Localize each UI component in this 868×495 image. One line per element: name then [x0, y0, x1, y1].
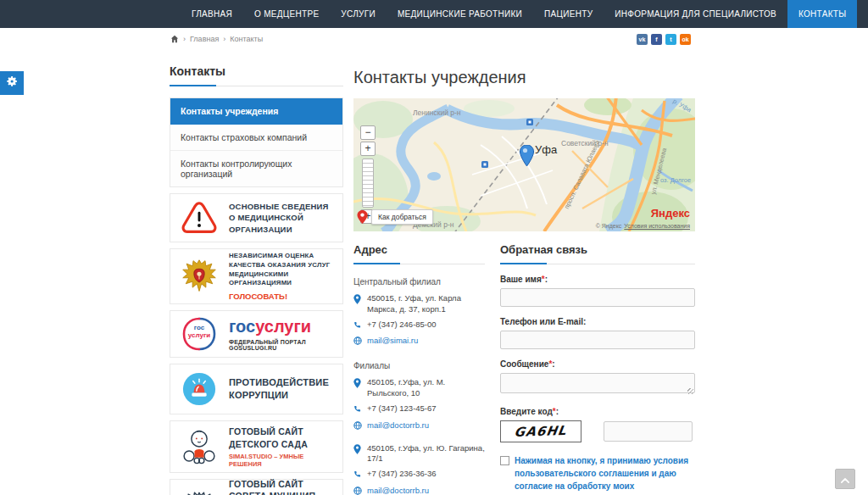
- central-email-link[interactable]: mail@simai.ru: [367, 336, 418, 348]
- zoom-slider[interactable]: [362, 159, 374, 208]
- odnoklassniki-icon[interactable]: OK: [680, 34, 691, 45]
- twitter-icon[interactable]: t: [665, 34, 676, 45]
- central-branch-block: 450015, г. Уфа, ул. Карла Маркса, д. 37,…: [353, 293, 485, 348]
- sidebar: Контакты Контакты учреждения Контакты ст…: [170, 64, 343, 495]
- route-pin-icon: [357, 210, 368, 224]
- address-title: Адрес: [353, 243, 485, 264]
- location-pin-icon: [353, 293, 362, 315]
- scroll-to-top-button[interactable]: [835, 469, 855, 489]
- social-links: VK f t OK: [637, 34, 691, 45]
- location-pin-icon: [353, 443, 362, 465]
- baby-icon: [177, 428, 221, 465]
- nav-item-demo[interactable]: ДЕМО: [857, 0, 868, 28]
- nav-item-services[interactable]: УСЛУГИ: [330, 0, 387, 28]
- address-section: Адрес Центральный филиал 450015, г. Уфа,…: [353, 243, 500, 495]
- banner-anticorruption[interactable]: ПРОТИВОДЕЙСТВИЕ КОРРУПЦИИ: [170, 364, 343, 414]
- banner-municipal[interactable]: ГОТОВЫЙ САЙТ СОВЕТА МУНИЦИП. ОБРАЗОВАНИЙ…: [170, 479, 343, 495]
- contact-input[interactable]: [500, 331, 695, 349]
- eagle-outline-icon: [177, 487, 221, 495]
- globe-icon: [353, 336, 362, 348]
- settings-panel-button[interactable]: [0, 71, 24, 95]
- phone-icon: [353, 320, 362, 332]
- globe-icon: [353, 420, 362, 433]
- banner-kindergarten-title: ГОТОВЫЙ САЙТ ДЕТСКОГО САДА: [229, 425, 336, 450]
- name-label: Ваше имя*:: [500, 275, 695, 284]
- breadcrumb-separator: ›: [223, 35, 225, 43]
- map-placemark-icon[interactable]: [520, 145, 534, 166]
- banner-anticorruption-title: ПРОТИВОДЕЙСТВИЕ КОРРУПЦИИ: [229, 376, 336, 402]
- banner-quality-title: НЕЗАВИСИМАЯ ОЦЕНКА КАЧЕСТВА ОКАЗАНИЯ УСЛ…: [229, 252, 336, 288]
- banner-kindergarten-subtitle: SIMAI.STUDIO – УМНЫЕ РЕШЕНИЯ: [229, 453, 336, 468]
- gosuslugi-logo: гос услуги: [177, 317, 221, 351]
- phone-icon: [353, 403, 362, 416]
- warning-triangle-icon: [177, 201, 221, 235]
- contact-label: Телефон или E-mail:: [500, 317, 695, 326]
- name-input[interactable]: [500, 288, 695, 307]
- captcha-text: GA6HL: [514, 423, 568, 440]
- branch2-email-link[interactable]: mail@doctorrb.ru: [367, 486, 429, 495]
- nav-item-patient[interactable]: ПАЦИЕНТУ: [533, 0, 604, 28]
- zoom-in-button[interactable]: +: [360, 142, 376, 156]
- map-terms-link[interactable]: Условия использования: [624, 223, 690, 229]
- zoom-out-button[interactable]: −: [360, 125, 376, 140]
- consent-text[interactable]: Нажимая на кнопку, я принимаю условия по…: [515, 454, 695, 495]
- gosuslugi-brand: госуслуги: [229, 318, 336, 335]
- consent-checkbox[interactable]: [500, 456, 509, 465]
- branch2-phone: +7 (347) 236-36-36: [367, 469, 437, 481]
- branch1-phone: +7 (347) 123-45-67: [367, 403, 437, 416]
- nav-item-home[interactable]: ГЛАВНАЯ: [181, 0, 243, 28]
- home-icon[interactable]: [170, 35, 179, 43]
- nav-item-specialists[interactable]: ИНФОРМАЦИЯ ДЛЯ СПЕЦИАЛИСТОВ: [604, 0, 787, 28]
- russia-coat-of-arms-icon: [177, 256, 221, 297]
- breadcrumb-row: › Главная › Контакты VK f t OK: [0, 28, 868, 52]
- nav-item-about[interactable]: О МЕДЦЕНТРЕ: [243, 0, 330, 28]
- siren-icon: [177, 372, 221, 406]
- nav-menu: ГЛАВНАЯ О МЕДЦЕНТРЕ УСЛУГИ МЕДИЦИНСКИЕ Р…: [181, 0, 868, 28]
- breadcrumb-separator: ›: [183, 35, 186, 43]
- location-pin-icon: [353, 377, 362, 399]
- captcha-image: GA6HL: [500, 420, 581, 442]
- breadcrumb-item-home[interactable]: Главная: [190, 35, 219, 43]
- message-textarea[interactable]: [500, 373, 695, 393]
- gear-icon: [5, 75, 19, 92]
- branch1-address: 450105, г.Уфа, ул. М. Рыльского, 10: [367, 377, 485, 399]
- chevron-up-icon: [841, 471, 849, 487]
- feedback-form: Обратная связь Ваше имя*: Телефон или E-…: [500, 243, 695, 495]
- banner-vote-link[interactable]: ГОЛОСОВАТЬ!: [229, 292, 336, 301]
- vk-icon[interactable]: VK: [637, 34, 648, 45]
- banner-org-info[interactable]: ОСНОВНЫЕ СВЕДЕНИЯ О МЕДИЦИНСКОЙ ОРГАНИЗА…: [170, 193, 343, 242]
- banner-org-info-title: ОСНОВНЫЕ СВЕДЕНИЯ О МЕДИЦИНСКОЙ ОРГАНИЗА…: [229, 201, 336, 234]
- nav-item-contacts[interactable]: КОНТАКТЫ: [787, 0, 857, 28]
- banner-kindergarten[interactable]: ГОТОВЫЙ САЙТ ДЕТСКОГО САДА SIMAI.STUDIO …: [170, 420, 343, 473]
- branch-block-2: 450105, г.Уфа, ул. Ю. Гагарина, 17/1 +7 …: [353, 443, 485, 495]
- sidebar-item-org-contacts[interactable]: Контакты учреждения: [170, 98, 342, 125]
- nav-item-staff[interactable]: МЕДИЦИНСКИЕ РАБОТНИКИ: [387, 0, 533, 28]
- central-phone: +7 (347) 246-85-00: [367, 320, 437, 332]
- branch-block-1: 450105, г.Уфа, ул. М. Рыльского, 10 +7 (…: [353, 377, 485, 432]
- globe-icon: [353, 486, 362, 495]
- sidebar-item-regulator-contacts[interactable]: Контакты контролирующих организаций: [170, 151, 342, 186]
- banner-gosuslugi[interactable]: гос услуги госуслуги ФЕДЕРАЛЬНЫЙ ПОРТАЛ …: [170, 310, 343, 358]
- banner-quality-vote[interactable]: НЕЗАВИСИМАЯ ОЦЕНКА КАЧЕСТВА ОКАЗАНИЯ УСЛ…: [170, 248, 343, 304]
- yandex-map[interactable]: Ленинский р-н Советский р-н Уфа Дёмский …: [353, 98, 695, 231]
- central-branch-title: Центральный филиал: [353, 277, 485, 286]
- route-button-label: Как добраться: [371, 209, 433, 225]
- code-label: Введите код*:: [500, 407, 695, 416]
- top-navigation: ГЛАВНАЯ О МЕДЦЕНТРЕ УСЛУГИ МЕДИЦИНСКИЕ Р…: [0, 0, 868, 28]
- map-attribution: © ЯндексУсловия использования: [596, 223, 690, 229]
- page-title: Контакты учреждения: [353, 68, 695, 87]
- sidebar-item-insurance-contacts[interactable]: Контакты страховых компаний: [170, 125, 342, 151]
- breadcrumb-item-current: Контакты: [230, 35, 263, 43]
- facebook-icon[interactable]: f: [651, 34, 662, 45]
- map-copyright: © Яндекс: [596, 223, 622, 229]
- phone-icon: [353, 469, 362, 481]
- route-button[interactable]: Как добраться: [357, 209, 433, 225]
- sidebar-title: Контакты: [170, 64, 343, 86]
- main-content: Контакты учреждения: [353, 64, 695, 495]
- captcha-input[interactable]: [604, 421, 693, 442]
- branch2-address: 450105, г.Уфа, ул. Ю. Гагарина, 17/1: [367, 443, 485, 465]
- yandex-logo[interactable]: Яндекс: [651, 207, 690, 220]
- branch1-email-link[interactable]: mail@doctorrb.ru: [367, 420, 429, 433]
- feedback-title: Обратная связь: [500, 243, 695, 264]
- captcha-row: GA6HL: [500, 420, 695, 442]
